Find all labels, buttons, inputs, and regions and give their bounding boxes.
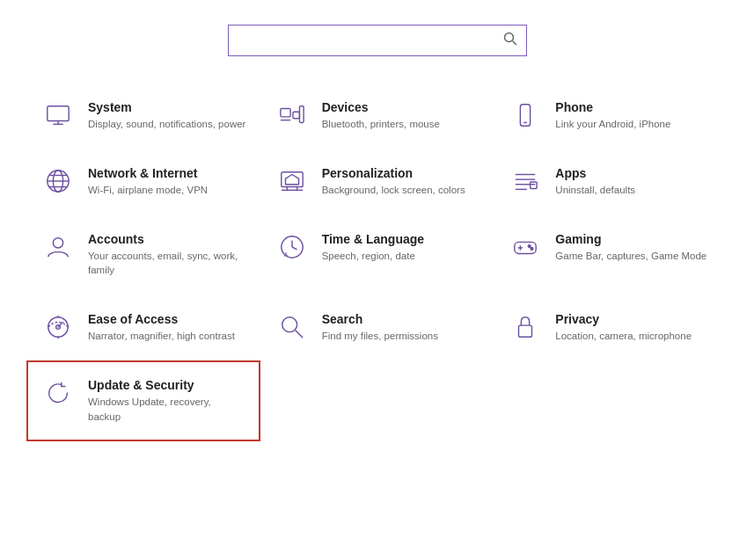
setting-item-devices[interactable]: Devices Bluetooth, printers, mouse <box>260 83 494 149</box>
devices-icon <box>275 102 310 128</box>
svg-point-34 <box>531 248 533 251</box>
setting-title-privacy: Privacy <box>555 312 692 326</box>
svg-rect-41 <box>519 326 532 338</box>
setting-title-devices: Devices <box>322 100 440 114</box>
setting-item-ease[interactable]: Ease of Access Narrator, magnifier, high… <box>26 295 260 360</box>
gaming-icon <box>508 234 543 260</box>
svg-line-40 <box>295 331 302 338</box>
setting-item-system[interactable]: System Display, sound, notifications, po… <box>26 83 260 149</box>
setting-title-search: Search <box>322 312 438 326</box>
svg-point-39 <box>282 317 296 332</box>
setting-item-search[interactable]: Search Find my files, permissions <box>260 295 494 360</box>
apps-icon <box>508 168 543 194</box>
setting-title-system: System <box>88 100 245 114</box>
setting-desc-phone: Link your Android, iPhone <box>555 117 670 131</box>
setting-desc-privacy: Location, camera, microphone <box>555 329 692 343</box>
phone-icon <box>508 102 543 128</box>
svg-rect-7 <box>299 106 304 123</box>
setting-item-privacy[interactable]: Privacy Location, camera, microphone <box>494 295 728 360</box>
svg-rect-5 <box>281 109 290 117</box>
setting-title-network: Network & Internet <box>88 166 208 180</box>
svg-rect-24 <box>531 182 538 189</box>
svg-point-25 <box>53 238 62 248</box>
update-icon <box>40 380 76 406</box>
personalization-icon <box>275 168 310 194</box>
network-icon <box>40 168 76 194</box>
svg-line-28 <box>292 247 297 250</box>
setting-desc-gaming: Game Bar, captures, Game Mode <box>555 249 706 263</box>
setting-desc-apps: Uninstall, defaults <box>555 183 635 197</box>
setting-item-gaming[interactable]: Gaming Game Bar, captures, Game Mode <box>494 215 728 295</box>
setting-title-ease: Ease of Access <box>88 312 235 326</box>
system-icon <box>40 102 76 128</box>
setting-item-update[interactable]: Update & Security Windows Update, recove… <box>26 360 260 440</box>
time-icon: A <box>275 234 310 260</box>
search-input[interactable] <box>238 34 500 47</box>
search-icon <box>275 314 310 340</box>
accounts-icon <box>40 234 76 260</box>
setting-title-apps: Apps <box>555 166 635 180</box>
setting-item-phone[interactable]: Phone Link your Android, iPhone <box>494 83 728 149</box>
settings-grid: System Display, sound, notifications, po… <box>0 74 754 441</box>
search-icon <box>503 32 517 49</box>
setting-desc-personalization: Background, lock screen, colors <box>322 183 465 197</box>
setting-title-personalization: Personalization <box>322 166 465 180</box>
svg-point-0 <box>504 33 513 42</box>
setting-item-time[interactable]: A Time & Language Speech, region, date <box>260 215 494 295</box>
svg-text:A: A <box>283 251 288 258</box>
setting-item-personalization[interactable]: Personalization Background, lock screen,… <box>260 149 494 215</box>
setting-desc-accounts: Your accounts, email, sync, work, family <box>88 249 246 277</box>
setting-title-gaming: Gaming <box>555 232 706 246</box>
setting-item-network[interactable]: Network & Internet Wi-Fi, airplane mode,… <box>26 149 260 215</box>
setting-title-update: Update & Security <box>88 378 246 392</box>
setting-desc-system: Display, sound, notifications, power <box>88 117 245 131</box>
setting-title-phone: Phone <box>555 100 670 114</box>
setting-desc-search: Find my files, permissions <box>322 329 438 343</box>
svg-line-1 <box>512 41 516 46</box>
setting-desc-ease: Narrator, magnifier, high contrast <box>88 329 235 343</box>
setting-desc-time: Speech, region, date <box>322 249 424 263</box>
setting-desc-update: Windows Update, recovery, backup <box>88 395 246 423</box>
ease-icon <box>40 314 76 340</box>
svg-point-33 <box>529 245 531 248</box>
search-bar[interactable] <box>228 25 527 56</box>
setting-desc-network: Wi-Fi, airplane mode, VPN <box>88 183 208 197</box>
svg-rect-6 <box>293 112 300 119</box>
setting-title-time: Time & Language <box>322 232 424 246</box>
svg-rect-2 <box>48 106 69 121</box>
privacy-icon <box>508 314 543 340</box>
setting-title-accounts: Accounts <box>88 232 246 246</box>
setting-item-apps[interactable]: Apps Uninstall, defaults <box>494 149 728 215</box>
setting-item-accounts[interactable]: Accounts Your accounts, email, sync, wor… <box>26 215 260 295</box>
setting-desc-devices: Bluetooth, printers, mouse <box>322 117 440 131</box>
